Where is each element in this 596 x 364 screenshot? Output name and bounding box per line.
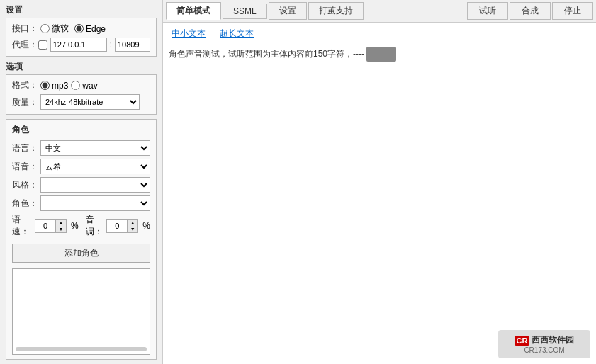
options-box: 格式： mp3 wav 质量： 24 bbox=[6, 74, 157, 115]
format-mp3-text: mp3 bbox=[52, 81, 68, 91]
text-area-container[interactable]: 角色声音测试，试听范围为主体内容前150字符，---- ████ CR 西西软件… bbox=[163, 42, 596, 364]
format-row: 格式： mp3 wav bbox=[12, 79, 150, 91]
char-list-scrollbar[interactable] bbox=[16, 347, 147, 351]
language-row: 语言： 中文 bbox=[12, 140, 150, 156]
left-panel: 设置 接口： 微软 Edge bbox=[0, 0, 163, 364]
right-panel: 简单模式 SSML 设置 打茧支持 试听 合成 停止 中小文本 超长文本 角色声… bbox=[163, 0, 596, 364]
add-character-button[interactable]: 添加角色 bbox=[12, 244, 150, 263]
sub-tab-long-text[interactable]: 超长文本 bbox=[217, 25, 257, 42]
voice-select[interactable]: 云希 bbox=[40, 159, 150, 174]
role-row: 角色： bbox=[12, 195, 150, 211]
quality-row: 质量： 24khz-48kbitrate bbox=[12, 94, 150, 110]
quality-label: 质量： bbox=[12, 96, 38, 108]
format-label: 格式： bbox=[12, 79, 38, 91]
radio-edge[interactable] bbox=[74, 24, 84, 33]
synthesize-button[interactable]: 合成 bbox=[510, 2, 551, 20]
tab-ssml[interactable]: SSML bbox=[223, 4, 267, 19]
tab-simple-mode[interactable]: 简单模式 bbox=[166, 2, 221, 20]
format-mp3-radio[interactable] bbox=[40, 81, 50, 90]
character-title: 角色 bbox=[12, 124, 150, 136]
speed-spinner-btns: ▲ ▼ bbox=[55, 220, 66, 232]
main-window: 设置 接口： 微软 Edge bbox=[0, 0, 596, 364]
proxy-row: 代理： : bbox=[12, 38, 150, 52]
sub-tabs: 中小文本 超长文本 bbox=[163, 23, 596, 42]
pitch-label: 音调： bbox=[86, 214, 104, 238]
watermark-site: 西西软件园 bbox=[532, 334, 574, 346]
role-select[interactable] bbox=[40, 195, 150, 211]
speed-spinner: ▲ ▼ bbox=[35, 219, 67, 233]
speed-up-btn[interactable]: ▲ bbox=[56, 220, 66, 226]
stop-button[interactable]: 停止 bbox=[552, 2, 593, 20]
speed-input[interactable] bbox=[35, 220, 55, 232]
speed-percent: % bbox=[71, 221, 79, 231]
proxy-port-input[interactable] bbox=[115, 38, 150, 52]
format-wav-radio[interactable] bbox=[71, 81, 80, 90]
watermark-url: CR173.COM bbox=[524, 346, 564, 354]
radio-microsoft[interactable] bbox=[40, 24, 50, 33]
top-toolbar: 简单模式 SSML 设置 打茧支持 试听 合成 停止 bbox=[163, 0, 596, 23]
main-text: 角色声音测试，试听范围为主体内容前150字符，---- bbox=[169, 49, 364, 59]
character-section: 角色 语言： 中文 语音： 云希 风格： bbox=[6, 119, 157, 360]
style-label: 风格： bbox=[12, 179, 38, 191]
text-content: 角色声音测试，试听范围为主体内容前150字符，---- ████ bbox=[169, 47, 590, 62]
language-select[interactable]: 中文 bbox=[40, 140, 150, 156]
pitch-spinner-btns: ▲ ▼ bbox=[127, 220, 137, 232]
quality-select[interactable]: 24khz-48kbitrate bbox=[40, 94, 140, 110]
interface-label: 接口： bbox=[12, 23, 38, 35]
settings-box: 接口： 微软 Edge bbox=[6, 18, 157, 57]
options-section: 选项 格式： mp3 wav bbox=[6, 61, 157, 115]
settings-title: 设置 bbox=[6, 4, 157, 16]
voice-label: 语音： bbox=[12, 161, 38, 173]
main-content: 设置 接口： 微软 Edge bbox=[0, 0, 596, 364]
watermark-logo: CR bbox=[515, 336, 530, 346]
speed-label: 语速： bbox=[12, 214, 32, 238]
format-wav-text: wav bbox=[82, 81, 97, 91]
pitch-down-btn[interactable]: ▼ bbox=[128, 226, 137, 232]
options-title: 选项 bbox=[6, 61, 157, 73]
language-label: 语言： bbox=[12, 142, 38, 154]
speed-down-btn[interactable]: ▼ bbox=[56, 226, 66, 232]
radio-microsoft-text: 微软 bbox=[52, 23, 69, 35]
watermark: CR 西西软件园 CR173.COM bbox=[498, 330, 590, 358]
proxy-ip-input[interactable] bbox=[50, 38, 107, 52]
proxy-label: 代理： bbox=[12, 39, 35, 51]
style-row: 风格： bbox=[12, 177, 150, 193]
sub-tab-medium-text[interactable]: 中小文本 bbox=[169, 25, 208, 42]
role-label: 角色： bbox=[12, 198, 38, 210]
pitch-spinner: ▲ ▼ bbox=[106, 219, 138, 233]
radio-microsoft-label[interactable]: 微软 bbox=[40, 23, 69, 35]
proxy-checkbox[interactable] bbox=[38, 40, 47, 50]
radio-edge-text: Edge bbox=[86, 24, 106, 34]
settings-section: 设置 接口： 微软 Edge bbox=[6, 4, 157, 57]
style-select[interactable] bbox=[40, 177, 150, 193]
interface-radio-group: 微软 Edge bbox=[40, 23, 106, 35]
speed-pitch-row: 语速： ▲ ▼ % 音调： ▲ ▼ bbox=[12, 214, 150, 238]
pitch-input[interactable] bbox=[107, 220, 127, 232]
preview-button[interactable]: 试听 bbox=[467, 2, 508, 20]
interface-row: 接口： 微软 Edge bbox=[12, 23, 150, 35]
radio-edge-label[interactable]: Edge bbox=[74, 24, 106, 34]
blurred-text: ████ bbox=[366, 47, 396, 62]
pitch-percent: % bbox=[142, 221, 150, 231]
format-wav-label[interactable]: wav bbox=[71, 81, 97, 91]
tab-print-support[interactable]: 打茧支持 bbox=[308, 2, 364, 20]
format-mp3-label[interactable]: mp3 bbox=[40, 81, 68, 91]
pitch-up-btn[interactable]: ▲ bbox=[128, 220, 137, 226]
character-list-box bbox=[12, 268, 150, 355]
voice-row: 语音： 云希 bbox=[12, 159, 150, 174]
tab-settings[interactable]: 设置 bbox=[269, 2, 307, 20]
proxy-colon: : bbox=[110, 40, 112, 50]
